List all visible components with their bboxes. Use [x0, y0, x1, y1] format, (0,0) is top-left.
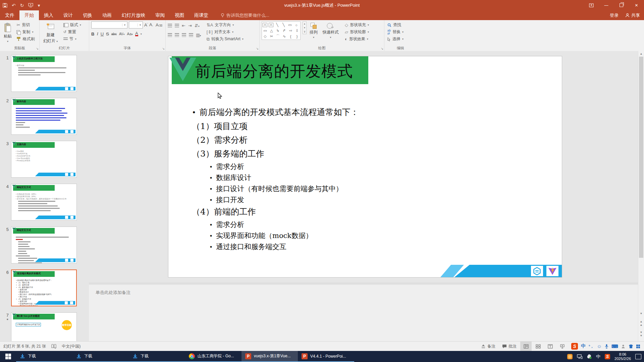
reading-view-button[interactable] [544, 342, 556, 351]
mouse-utility-icon[interactable] [587, 354, 592, 359]
shape-outline-button[interactable]: ▱形状轮廓▾ [344, 28, 370, 36]
person-setting-icon[interactable] [621, 344, 626, 349]
slide-title[interactable]: 前后端分离的开发模式 [195, 61, 353, 82]
align-text-button[interactable]: [⇕]对齐文本▾ [206, 28, 245, 36]
notes-toggle[interactable]: 备注 [478, 342, 498, 351]
char-spacing-button[interactable]: AV▾ [119, 32, 125, 36]
emoji-icon[interactable]: ☺ [597, 344, 601, 349]
shape-fill-button[interactable]: ◇形状填充▾ [344, 21, 370, 28]
format-painter-button[interactable]: 格式刷 [15, 36, 36, 43]
shape-option-icon[interactable]: ▭ [263, 28, 268, 33]
decrease-indent-icon[interactable]: ⇤ [182, 23, 185, 28]
tab-开始[interactable]: 开始 [19, 10, 39, 20]
taskbar-clock[interactable]: 8:06 2025/2/26 [614, 352, 631, 361]
minimize-button[interactable]: — [599, 0, 614, 10]
align-center-icon[interactable] [175, 33, 179, 37]
shape-option-icon[interactable]: △ [269, 28, 274, 33]
shape-option-icon[interactable]: ▭ [287, 23, 292, 27]
reset-button[interactable]: ↺ 重置 [62, 28, 82, 36]
action-center-icon[interactable] [635, 354, 641, 359]
restore-button[interactable] [614, 0, 629, 10]
tab-审阅[interactable]: 审阅 [150, 10, 170, 20]
strikethrough-button[interactable]: S [106, 32, 109, 37]
grow-font-icon[interactable]: Aˆ [144, 22, 148, 27]
underline-button[interactable]: U [101, 32, 104, 37]
text-shadow-button[interactable]: abc [111, 32, 117, 36]
close-button[interactable]: ✕ [629, 0, 644, 10]
scroll-down-icon[interactable]: ▼ [638, 311, 644, 316]
comments-toggle[interactable]: 批注 [499, 342, 520, 351]
shape-option-icon[interactable]: ○ [294, 23, 299, 27]
slide-canvas[interactable]: 前后端分离的开发模式 •前后端分离的开发模式基本流程通常如下：（1）项目立项（2… [168, 56, 562, 277]
slide-thumbnail[interactable]: 6前后端分离的开发模式• 前后端分离的开发模式基本流程通常如下：• （1）项目立… [0, 269, 89, 306]
tab-切换[interactable]: 切换 [78, 10, 97, 20]
tell-me-box[interactable]: 告诉我您想要做什么... [221, 10, 269, 20]
slide-body-text[interactable]: •前后端分离的开发模式基本流程通常如下：（1）项目立项（2）需求分析（3）服务端… [192, 107, 534, 254]
shape-option-icon[interactable]: ╲ [281, 23, 286, 27]
align-right-icon[interactable] [182, 33, 186, 37]
shapes-gallery-scroll[interactable]: ▴▾⊽ [303, 21, 306, 34]
taskbar-item-download[interactable]: 下载 [129, 351, 185, 362]
spell-check-icon[interactable] [51, 344, 56, 349]
shape-option-icon[interactable]: } [294, 35, 300, 39]
ribbon-display-options-icon[interactable] [584, 0, 599, 10]
paste-button[interactable]: 粘贴▾ [2, 21, 13, 45]
language-indicator[interactable]: 中文(中国) [62, 344, 80, 349]
copy-button[interactable]: 复制▾ [15, 28, 36, 36]
editor-scrollbar[interactable]: ▲ ▼ ▲▲ ▼▼ [638, 51, 644, 342]
shape-option-icon[interactable]: ⇨ [288, 28, 293, 33]
taskbar-item-ppt[interactable]: PV4.4.1 - PowerPoi... [298, 351, 354, 362]
shape-option-icon[interactable]: A [269, 23, 273, 27]
shape-option-icon[interactable]: ✂ [269, 34, 274, 39]
slide-thumbnail[interactable]: 4网站交互方式• 经典的多页应用（MPA）• 现代的单页应用（SPA）• 多页应… [0, 184, 89, 221]
taskbar-item-download[interactable]: 下载 [16, 351, 72, 362]
thumbnail-slide-preview[interactable]: 前后端分离的开发模式• 前后端分离的开发模式基本流程通常如下：• （1）项目立项… [11, 269, 77, 306]
sogou-logo-icon[interactable]: S [571, 343, 578, 350]
change-case-button[interactable]: Aa▾ [127, 32, 133, 36]
share-button[interactable]: 共享 [625, 12, 640, 18]
scrollbar-thumb[interactable] [639, 57, 643, 258]
shape-option-icon[interactable]: ◇ [263, 34, 268, 39]
text-direction-button[interactable]: ⇅A文字方向▾ [206, 21, 245, 28]
shape-option-icon[interactable]: ↱ [282, 28, 287, 33]
smartart-button[interactable]: ⧉转换为 SmartArt▾ [206, 36, 245, 43]
remote-desktop-icon[interactable] [577, 354, 583, 359]
slide-thumbnail[interactable]: 3主要内容• Vue基础• Vue组件开发• Axios应用与交互• Vue R… [0, 141, 89, 178]
thumbnail-slide-preview[interactable]: 人机交互的软件工程方法• 教学目标 [11, 55, 77, 92]
toolbox-icon[interactable] [636, 345, 640, 348]
replace-button[interactable]: ab⇄ 替换▾ [386, 28, 405, 36]
thumbnail-slide-preview[interactable]: 网站交互方式• 经典的多页应用（MPA）• 现代的单页应用（SPA）• 多页应用… [11, 184, 77, 221]
font-color-button[interactable]: A [135, 32, 138, 36]
notes-placeholder[interactable]: 单击此处添加备注 [96, 290, 638, 296]
ime-cn-mode-icon[interactable]: 中 [581, 343, 586, 349]
layout-button[interactable]: 版式▾ [62, 21, 82, 28]
slide-thumbnail[interactable]: 7✶第1章 Vue.js开发概述1.掌握常用的Vue.js开发工具教学目标 [0, 312, 89, 342]
quick-styles-button[interactable]: 快速样式▾ [321, 21, 340, 44]
thumbnail-slide-preview[interactable]: 主要内容• Vue基础• Vue组件开发• Axios应用与交互• Vue Ro… [11, 141, 77, 178]
slide-counter[interactable]: 幻灯片 第 6 张, 共 21 张 [3, 344, 46, 349]
taskbar-item-download[interactable]: 下载 [72, 351, 129, 362]
skin-icon[interactable] [629, 344, 633, 349]
italic-button[interactable]: I [97, 31, 98, 37]
tab-设计[interactable]: 设计 [58, 10, 78, 20]
ime-mode-indicator[interactable]: 中 [596, 354, 600, 360]
shape-option-icon[interactable]: { [288, 35, 293, 39]
section-button[interactable]: 节▾ [62, 36, 82, 43]
start-button[interactable] [0, 351, 16, 362]
numbering-icon[interactable] [175, 24, 179, 27]
shapes-gallery[interactable]: AA╲╲▭○▭△↳↱⇨⇩◇✂⌒∿{} [262, 21, 301, 40]
slide-sorter-view-button[interactable] [532, 342, 544, 351]
slide-thumbnail[interactable]: 2教学内容 [0, 98, 89, 135]
select-button[interactable]: 选择▾ [386, 36, 405, 43]
thumbnail-slide-preview[interactable]: 网站交互方式 [11, 227, 77, 263]
tab-雨课堂[interactable]: 雨课堂 [189, 10, 213, 20]
tab-视图[interactable]: 视图 [170, 10, 189, 20]
new-slide-button[interactable]: 新建 幻灯片 ▾ [42, 21, 59, 45]
shape-option-icon[interactable]: ↳ [275, 28, 280, 33]
tab-幻灯片放映[interactable]: 幻灯片放映 [117, 10, 150, 20]
slide-thumbnail[interactable]: 1人机交互的软件工程方法• 教学目标 [0, 55, 89, 92]
notes-pane[interactable]: 单击此处添加备注 [89, 285, 638, 342]
slide-thumbnail-panel[interactable]: 1人机交互的软件工程方法• 教学目标2教学内容3主要内容• Vue基础• Vue… [0, 51, 89, 342]
justify-icon[interactable] [189, 33, 193, 37]
shape-option-icon[interactable]: ⌒ [275, 34, 280, 39]
